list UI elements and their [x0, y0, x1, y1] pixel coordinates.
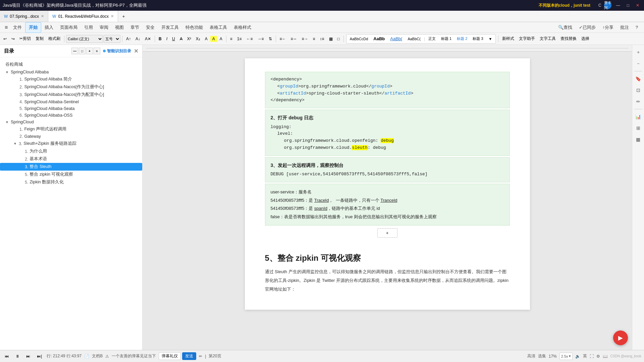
bold-button[interactable]: B: [157, 36, 164, 42]
rt-zoom-out[interactable]: －: [634, 59, 643, 68]
document-area[interactable]: <dependency> <groupId>org.springframewor…: [143, 52, 632, 350]
rt-chart-icon[interactable]: 📊: [634, 112, 643, 121]
toc-sleuth-2[interactable]: 2. 基本术语: [0, 155, 142, 163]
select-button[interactable]: 选择: [579, 35, 591, 42]
toc-sca-6[interactable]: 6. SpringCloud Alibaba-OSS: [0, 112, 142, 119]
subscript-button[interactable]: X₂: [194, 36, 202, 42]
menu-dev-tools[interactable]: 开发工具: [158, 22, 182, 33]
sort-button[interactable]: ⇅: [267, 36, 274, 42]
toc-sleuth-3[interactable]: 3. 整合 Sleuth: [0, 163, 142, 171]
menu-help[interactable]: ?: [632, 22, 641, 33]
menu-comment[interactable]: 批注: [617, 22, 632, 33]
expand-icon-sleuth[interactable]: [13, 142, 17, 145]
menu-start[interactable]: 开始: [25, 22, 41, 33]
menu-special[interactable]: 特色功能: [182, 22, 206, 33]
zoom-control[interactable]: 2.5x ▾: [559, 353, 573, 360]
menu-page-layout[interactable]: 页面布局: [57, 22, 81, 33]
toc-sc-feign[interactable]: 1. Feign 声明式远程调用: [0, 125, 142, 133]
rt-zoom-in[interactable]: ＋: [634, 48, 643, 57]
menu-sync[interactable]: ✓已同步: [576, 22, 599, 33]
toc-sca-4[interactable]: 4. SpringCloud Alibaba-Sentinel: [0, 99, 142, 105]
menu-table-style[interactable]: 表格样式: [230, 22, 255, 33]
style-biaoti3-label[interactable]: 标题 3: [471, 36, 485, 42]
menu-reference[interactable]: 引用: [81, 22, 96, 33]
menu-file[interactable]: 文件: [10, 22, 25, 33]
font-grow-button[interactable]: A↑: [124, 36, 133, 42]
strikethrough-button[interactable]: A̶: [178, 36, 184, 42]
hamburger-menu[interactable]: ≡: [3, 22, 10, 33]
align-left-button[interactable]: ≡←: [278, 36, 288, 42]
undo-button[interactable]: ↩: [1, 36, 9, 42]
ai-recognize-button[interactable]: 智能识别目录: [103, 48, 131, 54]
copy-button[interactable]: 复制: [34, 35, 46, 42]
menu-find[interactable]: 🔍查找: [555, 22, 576, 33]
menu-table-tools[interactable]: 表格工具: [206, 22, 230, 33]
font-color-button[interactable]: A: [203, 36, 210, 42]
bullet-list-button[interactable]: ≡: [228, 36, 234, 42]
toc-sleuth-1[interactable]: 1. 为什么用: [0, 147, 142, 155]
user-avatar[interactable]: 豊丰阿: [604, 2, 611, 9]
line-spacing-button[interactable]: ↕≡: [318, 36, 326, 42]
play-btn[interactable]: ⏮: [3, 353, 11, 359]
window-close[interactable]: ✕: [634, 3, 641, 8]
clear-format-button[interactable]: A✕: [143, 36, 153, 42]
toc-sca-3[interactable]: 3. SpringCloud Alibaba-Nacos[作为配置中心]: [0, 91, 142, 99]
char-shading-button[interactable]: A: [218, 36, 224, 42]
window-minimize[interactable]: —: [614, 3, 622, 8]
sidebar-icon-2[interactable]: □: [79, 48, 86, 54]
toc-sca-2[interactable]: 2. SpringCloud Alibaba-Nacos[作为注册中心]: [0, 83, 142, 91]
sidebar-close-button[interactable]: ✕: [134, 48, 138, 54]
toc-springcloud[interactable]: SpringCloud: [0, 119, 142, 125]
style-biaoti1[interactable]: AaBb: [371, 36, 387, 42]
sidebar-icon-1[interactable]: —: [71, 48, 78, 54]
send-button[interactable]: 发送: [182, 352, 196, 360]
tab-1-close[interactable]: ✕: [41, 14, 44, 18]
sidebar-icon-4[interactable]: ≡: [94, 48, 100, 54]
highlight-button[interactable]: A: [210, 36, 217, 42]
tab-2[interactable]: W 01. Reactive&WebFlux.docx ✕: [48, 11, 118, 22]
align-right-button[interactable]: ≡→: [300, 36, 310, 42]
shading-button[interactable]: ▩: [327, 36, 335, 42]
sidebar-icon-3[interactable]: +: [86, 48, 93, 54]
text-assist-button[interactable]: 文字助手: [517, 35, 537, 42]
number-list-button[interactable]: 1≡: [235, 36, 244, 42]
window-maximize[interactable]: □: [625, 3, 631, 8]
format-painter-button[interactable]: 格式刷: [46, 35, 62, 42]
toc-sleuth-5b[interactable]: 5. Zipkin 数据持久化: [0, 178, 142, 186]
stop-btn[interactable]: ⏸: [13, 353, 21, 359]
skip-btn[interactable]: ⏭|: [35, 353, 44, 359]
menu-review[interactable]: 审阅: [96, 22, 112, 33]
align-justify-button[interactable]: ≡: [311, 36, 317, 42]
underline-button[interactable]: U: [170, 36, 177, 42]
indent-less-button[interactable]: ←≡: [245, 36, 255, 42]
style-zhengwen[interactable]: AaBbCcDd: [348, 36, 370, 42]
tab-1[interactable]: W 07.Spring...docx ✕: [0, 11, 48, 22]
style-biaoti2-label[interactable]: 标题 2: [455, 36, 469, 42]
rt-nav-icon[interactable]: 🔖: [634, 74, 643, 83]
rt-bookmark-icon[interactable]: ⊡: [634, 85, 643, 95]
new-tab-button[interactable]: ＋: [118, 11, 129, 22]
menu-share[interactable]: ↑分享: [599, 22, 617, 33]
find-replace-button[interactable]: 查找替换: [558, 35, 579, 42]
toc-sleuth-5a[interactable]: 5. 整合 zipkin 可视化观察: [0, 171, 142, 178]
toc-sca-1[interactable]: 1. SpringCloud Alibaba 简介: [0, 75, 142, 83]
font-shrink-button[interactable]: A↓: [133, 36, 142, 42]
bullet-礼仪-btn[interactable]: 弹幕礼仪: [159, 352, 181, 360]
expand-icon-sc[interactable]: [5, 120, 9, 124]
tab-2-close[interactable]: ✕: [111, 14, 114, 18]
floating-video-button[interactable]: ▶: [613, 330, 628, 345]
style-zhengwen-label[interactable]: 正文: [426, 36, 438, 42]
font-size-select[interactable]: 五号: [104, 35, 120, 43]
new-style-button[interactable]: 新样式: [500, 35, 516, 42]
italic-button[interactable]: I: [164, 36, 169, 42]
font-family-select[interactable]: Calibri (正文): [66, 35, 103, 43]
menu-chapter[interactable]: 章节: [127, 22, 143, 33]
style-biaoti1-label[interactable]: 标题 1: [439, 36, 453, 42]
style-biaoti3[interactable]: AaBbC(: [406, 36, 423, 42]
align-center-button[interactable]: ≡↔: [289, 36, 299, 42]
border-button[interactable]: □: [335, 36, 342, 42]
expand-icon-sca[interactable]: [5, 70, 9, 74]
toc-root-item[interactable]: 谷粒商城: [0, 60, 142, 69]
indent-more-button[interactable]: →≡: [256, 36, 266, 42]
add-row-button[interactable]: ＋: [377, 228, 397, 238]
